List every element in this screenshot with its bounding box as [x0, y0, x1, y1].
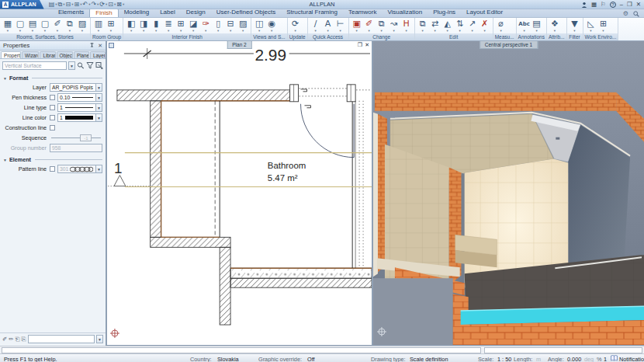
quick-access-8-icon[interactable]: ⊠▾	[116, 1, 124, 9]
edit-tool-2-icon[interactable]: ◭▾	[441, 19, 454, 33]
filter-tool-0-icon[interactable]: ▼▾	[569, 19, 581, 33]
length-unit[interactable]: m	[536, 356, 541, 362]
quick-access-7-icon[interactable]: ⊡▾	[108, 1, 116, 9]
pattern-line-dropdown[interactable]: ▼	[95, 165, 102, 173]
sequence-slider-handle[interactable]: -1	[80, 134, 92, 141]
tab-library[interactable]: Library	[40, 51, 55, 58]
construction-line-checkbox[interactable]	[50, 125, 55, 131]
sequence-slider[interactable]: -1	[50, 134, 102, 142]
quick-access-3-icon[interactable]: ⊞▾	[74, 1, 81, 9]
dialog-line-secondary[interactable]	[484, 347, 642, 353]
views-and-s-tool-0-icon[interactable]: ◫▾	[253, 19, 265, 33]
quick-access-6-icon[interactable]: ⟳▾	[99, 1, 107, 9]
quick-access-tool-0-icon[interactable]: ∕▾	[310, 19, 322, 33]
country-value[interactable]: Slovakia	[217, 356, 239, 362]
viewport-menu-icon[interactable]	[109, 43, 114, 48]
panel-close-icon[interactable]: ✕	[98, 43, 102, 49]
quick-access-4-icon[interactable]: ↶▾	[82, 1, 90, 9]
edit-tool-4-icon[interactable]: ↗▾	[466, 19, 479, 33]
views-and-s-tool-1-icon[interactable]: ◉▾	[265, 19, 278, 33]
interior-finish-tool-3-icon[interactable]: ≣▾	[162, 19, 175, 33]
match-properties-icon[interactable]: ✐	[2, 336, 7, 343]
interior-finish-tool-1-icon[interactable]: ◨▾	[137, 19, 150, 33]
notifications-label[interactable]: Notifications	[619, 356, 644, 362]
angle-value[interactable]: 0.000	[567, 356, 581, 362]
format-section-header[interactable]: ▼ Format	[0, 71, 106, 82]
edit-tool-5-icon[interactable]: ✗▾	[479, 19, 491, 33]
change-tool-0-icon[interactable]: ▣▾	[351, 19, 363, 33]
ribbon-tab-layout-editor[interactable]: Layout Editor	[461, 9, 508, 17]
zoom-to-icon[interactable]	[77, 62, 85, 69]
favorite-combo-dropdown[interactable]: ▼	[96, 335, 103, 343]
interior-finish-tool-4-icon[interactable]: ⊞▾	[175, 19, 187, 33]
rooms-surfaces-stories-tool-1-icon[interactable]: ▢▾	[14, 19, 26, 33]
connect-apps-icon[interactable]: ▦	[591, 1, 597, 9]
save-favorite-icon[interactable]: ⎘	[22, 336, 26, 343]
change-tool-2-icon[interactable]: ⧉▾	[376, 19, 388, 33]
quick-access-2-icon[interactable]: ⊟▾	[65, 1, 73, 9]
shop-icon[interactable]: ⚐	[601, 1, 606, 9]
scale-value[interactable]: 1 : 50	[497, 356, 511, 362]
pen-thickness-checkbox[interactable]	[50, 95, 55, 100]
line-color-field[interactable]: 1	[57, 113, 95, 122]
ribbon-tab-plug-ins[interactable]: Plug-ins	[428, 9, 461, 17]
line-type-dropdown[interactable]: ▼	[95, 103, 102, 112]
viewport-maximize-icon[interactable]: ❒	[358, 42, 362, 48]
edit-tool-3-icon[interactable]: ⇅▾	[454, 19, 466, 33]
edit-tool-0-icon[interactable]: ⧉▾	[417, 19, 429, 33]
interior-finish-tool-6-icon[interactable]: ✑▾	[199, 19, 212, 33]
annotations-tool-0-icon[interactable]: Abc▾	[518, 19, 531, 33]
edit-tool-1-icon[interactable]: ⇄▾	[429, 19, 441, 33]
load-favorite-icon[interactable]: ⎗	[16, 336, 20, 343]
change-tool-4-icon[interactable]: H▾	[400, 19, 413, 33]
interior-finish-tool-0-icon[interactable]: ◧▾	[125, 19, 137, 33]
ribbon-tab-user-defined-objects[interactable]: User-Defined Objects	[211, 9, 281, 17]
room-group-tool-0-icon[interactable]: ▥▾	[92, 19, 105, 33]
tab-wizards[interactable]: Wizards	[22, 51, 39, 58]
percent-value[interactable]: 1	[604, 356, 607, 362]
ribbon-tab-label[interactable]: Label	[154, 9, 181, 17]
plan-viewport[interactable]: Plan 2 ❒ ✕	[106, 41, 372, 346]
pen-thickness-dropdown[interactable]: ▼	[95, 93, 102, 102]
layer-dropdown[interactable]: ▼	[95, 83, 102, 92]
viewport-close-icon[interactable]: ✕	[365, 42, 369, 48]
restore-button[interactable]: ❒	[627, 1, 632, 9]
ribbon-tab-modeling[interactable]: Modeling	[119, 9, 154, 17]
ribbon-tab-finish[interactable]: Finish	[89, 9, 118, 17]
settings-gear-icon[interactable]: ⚙	[623, 10, 628, 17]
filter-icon[interactable]	[86, 62, 94, 69]
rooms-surfaces-stories-tool-5-icon[interactable]: ⧉▾	[64, 19, 76, 33]
interior-finish-tool-8-icon[interactable]: ⊟▾	[224, 19, 237, 33]
change-tool-1-icon[interactable]: ✐▾	[363, 19, 376, 33]
line-color-checkbox[interactable]	[50, 115, 55, 120]
close-button[interactable]: ✕	[636, 1, 641, 9]
interior-finish-tool-9-icon[interactable]: ▨▾	[237, 19, 249, 33]
ribbon-tab-visualization[interactable]: Visualization	[382, 9, 428, 17]
element-selector[interactable]: Vertical Surface	[2, 61, 67, 70]
notifications-book-icon[interactable]	[611, 355, 618, 362]
plan-tab[interactable]: Plan 2	[227, 41, 251, 49]
quick-access-1-icon[interactable]: ⧉▾	[58, 1, 65, 9]
quick-access-tool-2-icon[interactable]: ⊢▾	[334, 19, 347, 33]
rooms-surfaces-stories-tool-3-icon[interactable]: ▢▾	[39, 19, 51, 33]
perspective-tab[interactable]: Central perspective 1	[480, 41, 538, 49]
ribbon-tab-teamwork[interactable]: Teamwork	[343, 9, 382, 17]
transfer-properties-icon[interactable]: ✏	[9, 336, 13, 343]
rooms-surfaces-stories-tool-6-icon[interactable]: ▨▾	[76, 19, 88, 33]
line-type-field[interactable]: 1	[57, 103, 95, 112]
minimize-button[interactable]: –	[620, 1, 623, 9]
change-tool-3-icon[interactable]: ↝▾	[388, 19, 400, 33]
interior-finish-tool-5-icon[interactable]: ◪▾	[187, 19, 199, 33]
graphic-override-value[interactable]: Off	[307, 356, 315, 362]
line-type-checkbox[interactable]	[50, 105, 55, 110]
quick-access-5-icon[interactable]: ↷▾	[91, 1, 99, 9]
quick-access-tool-1-icon[interactable]: A▾	[322, 19, 334, 33]
user-icon[interactable]	[581, 2, 587, 8]
perspective-viewport[interactable]: Central perspective 1	[372, 41, 644, 346]
ribbon-tab-structural-framing[interactable]: Structural Framing	[281, 9, 343, 17]
pin-icon[interactable]	[89, 43, 95, 48]
tab-objects[interactable]: Objects	[57, 51, 73, 58]
pen-thickness-field[interactable]: 0.10	[57, 93, 95, 102]
work-enviro-tool-1-icon[interactable]: ⊞▾	[597, 19, 610, 33]
room-group-tool-1-icon[interactable]: ⊞▾	[105, 19, 117, 33]
